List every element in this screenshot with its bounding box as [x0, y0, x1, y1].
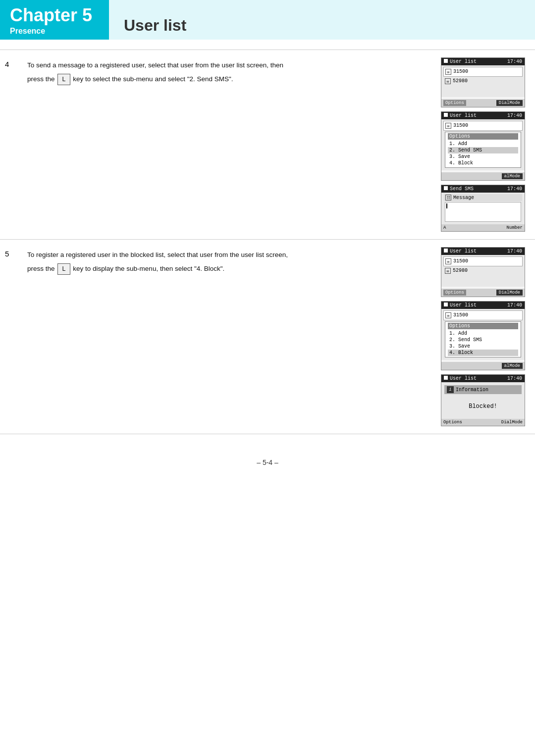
dropdown-title: Options	[448, 133, 518, 140]
step5-text2: press the L key to display the sub-menu,…	[27, 263, 428, 275]
step5-text1: To register a registered user in the blo…	[27, 250, 428, 260]
chapter-number: Chapter 5	[10, 5, 99, 26]
step4-screens: User list 17:40 ✉ 31500 ✉ 52980 Options	[436, 50, 535, 239]
sms-number-btn: Number	[507, 225, 523, 230]
screen5-1: User list 17:40 ✉ 31500 ✉ 52980 Options	[441, 247, 525, 297]
page-title: User list	[124, 16, 186, 35]
info-body: i Information Blocked!	[441, 382, 525, 419]
info-banner: i Information	[444, 385, 522, 394]
dialmode-btn2: DialMode	[496, 290, 523, 296]
screen4-2-body: ✉ 31500 Options 1. Add 2. Send SMS 3. Sa…	[441, 119, 525, 170]
screen4-1-row1: ✉ 31500	[443, 67, 523, 77]
key-L-icon: L	[57, 74, 70, 85]
chapter-block: Chapter 5 Presence	[0, 0, 109, 40]
options-btn2: Options	[443, 290, 466, 296]
info-icon: i	[447, 386, 454, 393]
step4-text1: To send a message to a registered user, …	[27, 60, 428, 71]
screen4-3: Send SMS 17:40 ☷ Message A Number	[441, 185, 525, 232]
sms-footer: A Number	[441, 224, 525, 231]
options-btn: Options	[443, 100, 466, 106]
options-dropdown: Options 1. Add 2. Send SMS 3. Save 4. Bl…	[445, 132, 521, 168]
page-number: – 5-4 –	[257, 458, 278, 466]
menu-item-save2: 3. Save	[448, 343, 518, 350]
sms-header: Send SMS 17:40	[441, 185, 525, 193]
step-row-5: 5 To register a registered user in the b…	[0, 239, 535, 434]
screen4-2-footer: alMode	[441, 172, 525, 180]
screen4-1-row2: ✉ 52980	[443, 77, 523, 86]
page-title-block: User list	[109, 0, 535, 40]
step5-screens: User list 17:40 ✉ 31500 ✉ 52980 Options	[436, 240, 535, 434]
content-area: 4 To send a message to a registered user…	[0, 40, 535, 444]
menu-item-block2: 4. Block	[448, 350, 518, 356]
menu-item-save: 3. Save	[448, 153, 518, 160]
screen4-1-body: ✉ 31500 ✉ 52980	[441, 65, 525, 97]
user-icon6: ✉	[445, 312, 451, 318]
dialmode-btn: DialMode	[496, 100, 523, 106]
sms-body: ☷ Message	[441, 193, 525, 224]
user-icon3: ✉	[445, 123, 451, 129]
step-number-5: 5	[0, 240, 20, 434]
screen5-2-body: ✉ 31500 Options 1. Add 2. Send SMS 3. Sa…	[441, 309, 525, 360]
screen5-2-header: User list 17:40	[441, 302, 525, 309]
screen5-1-row2: ✉ 52980	[443, 266, 523, 275]
user-icon: ✉	[445, 69, 451, 75]
sms-message-label: ☷ Message	[444, 194, 522, 201]
almode-btn: alMode	[502, 173, 523, 179]
page-footer: – 5-4 –	[0, 444, 535, 481]
message-icon: ☷	[445, 195, 451, 201]
page-header: Chapter 5 Presence User list	[0, 0, 535, 40]
screen4-1-header: User list 17:40	[441, 58, 525, 65]
info-footer: Options DialMode	[441, 419, 525, 426]
key-L-icon2: L	[57, 263, 70, 275]
screen5-3: User list 17:40 i Information Blocked! O…	[441, 374, 525, 426]
sms-input	[445, 202, 521, 222]
screen4-2-row1: ✉ 31500	[443, 121, 523, 131]
screen4-1-footer: Options DialMode	[441, 99, 525, 107]
step-content-5: To register a registered user in the blo…	[20, 240, 436, 434]
screen5-2: User list 17:40 ✉ 31500 Options 1. Add 2…	[441, 301, 525, 370]
info-dialmode-btn: DialMode	[501, 420, 523, 425]
screen4-2: User list 17:40 ✉ 31500 Options 1. Add 2…	[441, 111, 525, 181]
chapter-subtitle: Presence	[10, 27, 99, 36]
screen5-2-row1: ✉ 31500	[443, 310, 523, 320]
menu-item-block: 4. Block	[448, 160, 518, 166]
screen4-1: User list 17:40 ✉ 31500 ✉ 52980 Options	[441, 57, 525, 107]
blocked-text: Blocked!	[443, 396, 523, 417]
step-number-4: 4	[0, 50, 20, 239]
menu-item-sendsms: 2. Send SMS	[448, 147, 518, 153]
user-icon5: ✉	[445, 268, 451, 274]
screen5-1-row1: ✉ 31500	[443, 256, 523, 266]
screen5-2-footer: alMode	[441, 362, 525, 370]
step-content-4: To send a message to a registered user, …	[20, 50, 436, 239]
dropdown-title2: Options	[448, 323, 518, 329]
menu-item-sendsms2: 2. Send SMS	[448, 337, 518, 343]
info-options-btn: Options	[443, 420, 462, 425]
step4-text2: press the L key to select the sub-menu a…	[27, 74, 428, 85]
screen5-1-body: ✉ 31500 ✉ 52980	[441, 255, 525, 287]
menu-item-add: 1. Add	[448, 141, 518, 147]
screen5-1-header: User list 17:40	[441, 248, 525, 255]
screen4-2-header: User list 17:40	[441, 112, 525, 119]
info-header: User list 17:40	[441, 375, 525, 382]
almode-btn2: alMode	[502, 363, 523, 369]
screen5-1-footer: Options DialMode	[441, 289, 525, 297]
user-icon4: ✉	[445, 258, 451, 264]
text-cursor	[446, 203, 447, 208]
user-icon2: ✉	[445, 78, 451, 84]
step-row-4: 4 To send a message to a registered user…	[0, 50, 535, 240]
options-dropdown2: Options 1. Add 2. Send SMS 3. Save 4. Bl…	[445, 321, 521, 357]
sms-a-btn: A	[443, 225, 446, 230]
menu-item-add2: 1. Add	[448, 330, 518, 337]
